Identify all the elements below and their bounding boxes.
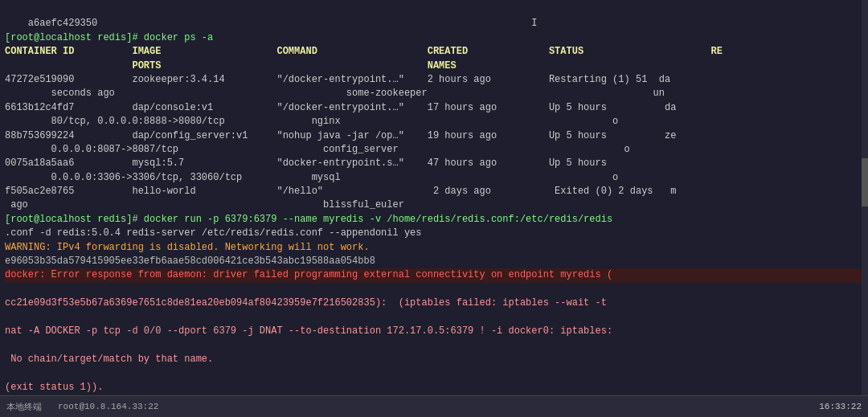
terminal-window: a6aefc429350 I [root@localhost redis]# d… — [0, 0, 868, 395]
terminal-line-1: [root@localhost redis]# docker ps -a — [5, 32, 213, 43]
terminal-scrollbar[interactable] — [862, 0, 868, 395]
terminal-line-11: 0.0.0.0:3306->3306/tcp, 33060/tcp mysql … — [5, 172, 618, 183]
terminal-line-6: 6613b12c4fd7 dap/console:v1 "/docker-ent… — [5, 102, 676, 113]
terminal-line-3: PORTS NAMES — [5, 60, 457, 72]
scrollbar-thumb[interactable] — [862, 158, 868, 206]
terminal-line-13: ago blissful_euler — [5, 199, 404, 211]
terminal-line-7: 80/tcp, 0.0.0.0:8888->8080/tcp nginx o — [5, 116, 618, 127]
terminal-line-16: WARNING: IPv4 forwarding is disabled. Ne… — [5, 242, 370, 253]
taskbar-connection-label: root@10.8.164.33:22 — [58, 402, 158, 411]
terminal-line-4: 47272e519090 zookeeper:3.4.14 "/docker-e… — [5, 74, 670, 85]
taskbar-clock: 16:33:22 — [819, 402, 862, 411]
terminal-line-14: [root@localhost redis]# docker run -p 63… — [5, 214, 612, 225]
terminal-line-0: a6aefc429350 I — [28, 18, 538, 29]
terminal-line-18: docker: Error response from daemon: driv… — [5, 268, 863, 282]
taskbar: 本地终端 root@10.8.164.33:22 16:33:22 — [0, 395, 868, 417]
terminal-line-8: 88b753699224 dap/config_server:v1 "nohup… — [5, 130, 676, 141]
terminal-line-17: e96053b35da579415905ee33efb6aae58cd00642… — [5, 256, 375, 267]
terminal-line-20: nat -A DOCKER -p tcp -d 0/0 --dport 6379… — [5, 325, 863, 338]
terminal-line-22: (exit status 1)). — [5, 381, 863, 395]
terminal-line-15: .conf -d redis:5.0.4 redis-server /etc/r… — [5, 227, 421, 239]
terminal-line-19: cc21e09d3f53e5b67a6369e7651c8de81ea20eb0… — [5, 296, 863, 310]
taskbar-terminal-label[interactable]: 本地终端 — [6, 401, 42, 413]
terminal-line-10: 0075a18a5aa6 mysql:5.7 "docker-entrypoin… — [5, 157, 607, 169]
terminal-line-12: f505ac2e8765 hello-world "/hello" 2 days… — [5, 186, 676, 197]
terminal-line-5: seconds ago some-zookeeper un — [5, 88, 665, 99]
terminal-content: a6aefc429350 I [root@localhost redis]# d… — [5, 3, 863, 395]
terminal-line-9: 0.0.0.0:8087->8087/tcp config_server o — [5, 144, 630, 155]
terminal-line-2: CONTAINER ID IMAGE COMMAND CREATED STATU… — [5, 46, 723, 57]
terminal-line-21: No chain/target/match by that name. — [5, 353, 863, 366]
